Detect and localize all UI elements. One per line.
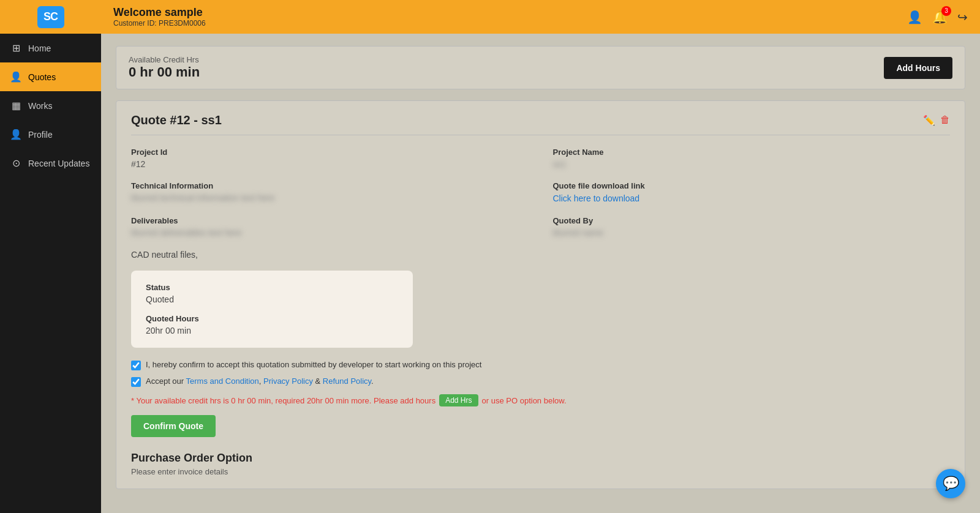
add-hrs-inline-button[interactable]: Add Hrs	[439, 394, 478, 406]
home-icon: ⊞	[10, 42, 22, 54]
confirm-check-2-text: Accept our Terms and Condition, Privacy …	[146, 376, 374, 386]
sidebar-item-works-label: Works	[28, 101, 52, 111]
sidebar-item-recent-updates[interactable]: ⊙ Recent Updates	[0, 149, 101, 178]
works-icon: ▦	[10, 100, 22, 111]
quotes-icon: 👤	[10, 71, 22, 83]
credit-value: 0 hr 00 min	[129, 64, 200, 80]
quoted-by-label: Quoted By	[553, 216, 951, 225]
sidebar-item-quotes[interactable]: 👤 Quotes	[0, 62, 101, 91]
fields-grid: Project Id #12 Project Name ss1 Technica…	[131, 148, 950, 238]
credit-label: Available Credit Hrs	[129, 55, 200, 64]
logo-badge: SC	[37, 6, 64, 28]
status-value: Quoted	[146, 294, 398, 304]
confirm-check-row-1: I, hereby confirm to accept this quotati…	[131, 360, 950, 370]
header-actions: 👤 🔔 3 ↪	[907, 10, 968, 24]
quoted-hours-label: Quoted Hours	[146, 314, 398, 323]
main-content: Available Credit Hrs 0 hr 00 min Add Hou…	[101, 34, 980, 513]
terms-link[interactable]: Terms and Condition	[186, 376, 259, 386]
confirm-section: I, hereby confirm to accept this quotati…	[131, 360, 950, 387]
purchase-order-section: Purchase Order Option Please enter invoi…	[131, 452, 950, 476]
add-hours-button[interactable]: Add Hours	[884, 57, 952, 79]
po-title: Purchase Order Option	[131, 452, 950, 465]
project-id-value: #12	[131, 159, 529, 169]
project-name-label: Project Name	[553, 148, 951, 157]
technical-info-label: Technical Information	[131, 181, 529, 190]
logout-icon[interactable]: ↪	[957, 10, 968, 24]
confirm-checkbox-1[interactable]	[131, 361, 141, 370]
quote-file-field: Quote file download link Click here to d…	[553, 181, 951, 204]
confirm-check-1-label: I, hereby confirm to accept this quotati…	[146, 360, 481, 369]
main-wrapper: Welcome sample Customer ID: PRE3DM0006 👤…	[101, 0, 980, 513]
quoted-by-value: blurred name	[553, 228, 951, 238]
sidebar-item-home-label: Home	[28, 43, 51, 53]
cad-note: CAD neutral files,	[131, 250, 950, 260]
quote-action-buttons: ✏️ 🗑	[923, 114, 950, 126]
chat-button[interactable]: 💬	[936, 469, 965, 498]
warning-text: * Your available credit hrs is 0 hr 00 m…	[131, 394, 950, 406]
edit-quote-icon[interactable]: ✏️	[923, 114, 935, 126]
credit-bar: Available Credit Hrs 0 hr 00 min Add Hou…	[116, 46, 965, 89]
quote-file-label: Quote file download link	[553, 181, 951, 190]
sidebar-item-quotes-label: Quotes	[28, 72, 56, 82]
sidebar: SC ⊞ Home 👤 Quotes ▦ Works 👤 Profile ⊙ R…	[0, 0, 101, 513]
profile-icon: 👤	[10, 129, 22, 140]
deliverables-field: Deliverables blurred deliverables text h…	[131, 216, 529, 238]
credit-info: Available Credit Hrs 0 hr 00 min	[129, 55, 200, 80]
sidebar-item-profile[interactable]: 👤 Profile	[0, 120, 101, 149]
quote-header: Quote #12 - ss1 ✏️ 🗑	[131, 113, 950, 135]
deliverables-label: Deliverables	[131, 216, 529, 225]
notification-icon[interactable]: 🔔 3	[932, 10, 948, 24]
header-text: Welcome sample Customer ID: PRE3DM0006	[113, 6, 206, 28]
warning-suffix: or use PO option below.	[482, 396, 567, 405]
sidebar-item-home[interactable]: ⊞ Home	[0, 34, 101, 62]
accept-prefix: Accept our	[146, 376, 186, 386]
project-name-field: Project Name ss1	[553, 148, 951, 169]
header-customer-id: Customer ID: PRE3DM0006	[113, 19, 206, 28]
status-box: Status Quoted Quoted Hours 20hr 00 min	[131, 271, 413, 348]
notification-badge: 3	[941, 6, 951, 16]
quote-title: Quote #12 - ss1	[131, 113, 222, 127]
recent-updates-icon: ⊙	[10, 157, 22, 169]
project-id-label: Project Id	[131, 148, 529, 157]
and-separator: &	[315, 376, 323, 386]
header: Welcome sample Customer ID: PRE3DM0006 👤…	[101, 0, 980, 34]
sidebar-logo: SC	[0, 0, 101, 34]
sidebar-item-recent-updates-label: Recent Updates	[28, 159, 89, 168]
project-id-field: Project Id #12	[131, 148, 529, 169]
avatar-icon[interactable]: 👤	[907, 10, 922, 24]
technical-info-field: Technical Information blurred technical …	[131, 181, 529, 204]
quoted-hours-value: 20hr 00 min	[146, 326, 398, 335]
quote-card: Quote #12 - ss1 ✏️ 🗑 Project Id #12 Proj…	[116, 100, 965, 489]
refund-link[interactable]: Refund Policy	[323, 376, 371, 386]
quote-file-link[interactable]: Click here to download	[553, 193, 640, 203]
sidebar-item-profile-label: Profile	[28, 130, 53, 140]
project-name-value: ss1	[553, 159, 951, 169]
delete-quote-icon[interactable]: 🗑	[940, 114, 950, 126]
technical-info-value: blurred technical information text here	[131, 193, 529, 203]
confirm-quote-button[interactable]: Confirm Quote	[131, 415, 216, 437]
deliverables-value: blurred deliverables text here	[131, 228, 529, 238]
header-title: Welcome sample	[113, 6, 206, 19]
confirm-check-row-2: Accept our Terms and Condition, Privacy …	[131, 376, 950, 387]
privacy-link[interactable]: Privacy Policy	[263, 376, 313, 386]
status-label: Status	[146, 283, 398, 292]
po-subtitle: Please enter invoice details	[131, 467, 950, 476]
warning-message: * Your available credit hrs is 0 hr 00 m…	[131, 396, 435, 405]
quoted-by-field: Quoted By blurred name	[553, 216, 951, 238]
sidebar-item-works[interactable]: ▦ Works	[0, 91, 101, 120]
confirm-checkbox-2[interactable]	[131, 377, 141, 387]
